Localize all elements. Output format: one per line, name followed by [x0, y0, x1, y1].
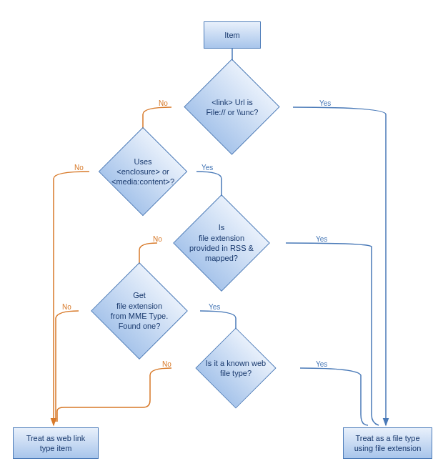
node-label: Is it a known web file type? [168, 358, 304, 379]
decision-uses-enclosure: Uses <enclosure> or <media:content>? [89, 139, 196, 204]
node-label: Item [224, 30, 239, 40]
decision-link-url: <link> Url is File:// or \\unc? [182, 71, 282, 143]
node-label: Treat as web link type item [26, 433, 86, 454]
edge-label-no: No [73, 163, 85, 172]
edge-label-no: No [61, 302, 73, 312]
node-label: Is file extension provided in RSS & mapp… [154, 222, 289, 263]
edge-label-yes: Yes [318, 99, 332, 108]
edge-label-no: No [157, 99, 169, 108]
edge-label-yes: Yes [314, 360, 329, 369]
edge-label-yes: Yes [207, 302, 221, 312]
edge-label-yes: Yes [200, 163, 214, 172]
decision-file-extension-rss: Is file extension provided in RSS & mapp… [154, 207, 289, 279]
start-node-item: Item [204, 21, 261, 49]
end-node-web-link: Treat as web link type item [13, 427, 99, 459]
edge-label-no: No [161, 360, 173, 369]
end-node-file-type: Treat as a file type using file extensio… [343, 427, 432, 459]
decision-mme-type: Get file extension from MME Type. Found … [75, 275, 204, 347]
edge-label-no: No [151, 234, 164, 244]
decision-known-web-type: Is it a known web file type? [168, 339, 304, 397]
node-label: Get file extension from MME Type. Found … [75, 290, 204, 331]
edge-label-yes: Yes [314, 234, 329, 244]
node-label: <link> Url is File:// or \\unc? [182, 97, 282, 118]
node-label: Treat as a file type using file extensio… [354, 433, 422, 454]
node-label: Uses <enclosure> or <media:content>? [89, 157, 196, 187]
